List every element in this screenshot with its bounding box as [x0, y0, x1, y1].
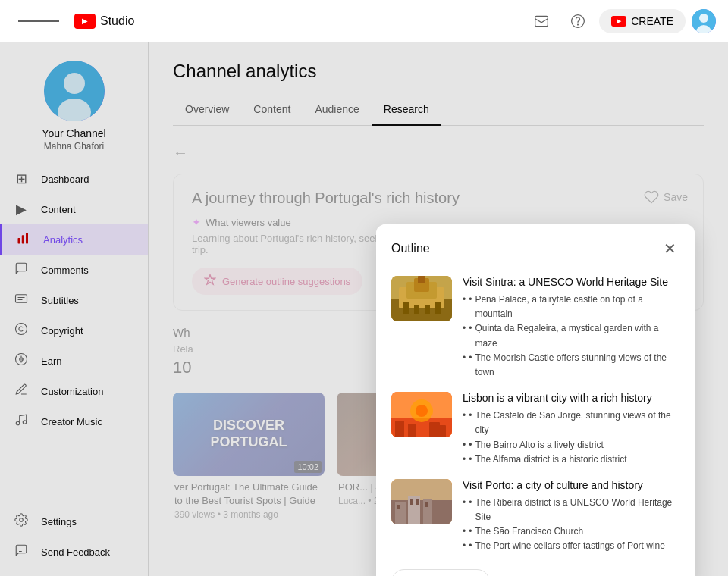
create-label: CREATE: [631, 15, 673, 27]
svg-rect-20: [418, 276, 425, 283]
bullet-dot: •: [469, 293, 472, 321]
create-yt-icon: [611, 16, 626, 27]
messages-button[interactable]: [526, 6, 557, 36]
outline-bullet-porto-1: • The Ribeira district is a UNESCO World…: [463, 496, 679, 524]
svg-rect-23: [425, 305, 430, 314]
bullet-dot: •: [469, 452, 472, 467]
outline-modal-title: Outline: [391, 242, 430, 255]
outline-content-sintra: Visit Sintra: a UNESCO World Heritage Si…: [463, 276, 679, 380]
outline-item-porto: Visit Porto: a city of culture and histo…: [376, 473, 695, 560]
outline-image-porto: [391, 479, 452, 524]
app-layout: Your Channel Mahna Ghafori ⊞ Dashboard ▶…: [0, 42, 728, 576]
outline-bullet-sintra-3: • The Moorish Castle offers stunning vie…: [463, 351, 679, 380]
outline-image-sintra: [391, 276, 452, 321]
svg-rect-38: [435, 502, 449, 524]
bullet-dot: •: [469, 438, 472, 452]
outline-item-title-porto: Visit Porto: a city of culture and histo…: [463, 479, 679, 491]
copy-outline-button[interactable]: Copy outline: [391, 569, 490, 576]
outline-modal-header: Outline ✕: [376, 224, 695, 270]
outline-item-title-lisbon: Lisbon is a vibrant city with a rich his…: [463, 392, 679, 404]
header-left: Studio: [12, 13, 134, 30]
bullet-dot: •: [469, 496, 472, 524]
svg-rect-32: [438, 425, 446, 437]
svg-rect-24: [435, 302, 441, 314]
hamburger-menu[interactable]: [12, 13, 65, 30]
svg-point-2: [578, 24, 579, 25]
outline-bullet-porto-3: • The Port wine cellars offer tastings o…: [463, 539, 679, 553]
user-avatar[interactable]: [692, 9, 716, 33]
svg-point-28: [416, 405, 428, 417]
outline-bullet-porto-2: • The São Francisco Church: [463, 524, 679, 539]
bullet-dot: •: [469, 351, 472, 380]
svg-rect-21: [403, 302, 409, 314]
outline-item-sintra: Visit Sintra: a UNESCO World Heritage Si…: [376, 270, 695, 386]
svg-rect-30: [408, 424, 416, 437]
svg-rect-31: [429, 422, 440, 437]
app-header: Studio CREATE: [0, 0, 728, 42]
outline-bullet-lisbon-3: • The Alfama district is a historic dist…: [463, 452, 679, 467]
outline-close-button[interactable]: ✕: [661, 236, 679, 261]
svg-rect-22: [414, 305, 419, 314]
svg-rect-29: [395, 421, 404, 437]
outline-item-title-sintra: Visit Sintra: a UNESCO World Heritage Si…: [463, 276, 679, 288]
outline-content-porto: Visit Porto: a city of culture and histo…: [463, 479, 679, 554]
outline-image-lisbon: [391, 392, 452, 437]
bullet-dot: •: [469, 409, 472, 437]
logo[interactable]: Studio: [74, 14, 134, 29]
outline-bullet-lisbon-2: • The Bairro Alto is a lively district: [463, 438, 679, 452]
create-button[interactable]: CREATE: [599, 9, 686, 33]
svg-rect-41: [397, 505, 400, 509]
bullet-dot: •: [469, 539, 472, 553]
help-button[interactable]: [563, 6, 593, 36]
svg-point-4: [699, 14, 708, 23]
svg-rect-40: [416, 499, 419, 505]
youtube-icon: [74, 14, 96, 29]
outline-bullet-sintra-1: • Pena Palace, a fairytale castle on top…: [463, 293, 679, 321]
outline-content-lisbon: Lisbon is a vibrant city with a rich his…: [463, 392, 679, 467]
outline-modal: Outline ✕: [376, 224, 695, 576]
svg-rect-42: [425, 502, 428, 507]
svg-rect-0: [535, 16, 548, 26]
main-content: Channel analytics Overview Content Audie…: [149, 42, 728, 576]
outline-item-lisbon: Lisbon is a vibrant city with a rich his…: [376, 386, 695, 473]
logo-text: Studio: [100, 14, 134, 28]
svg-rect-39: [410, 499, 413, 505]
bullet-dot: •: [469, 524, 472, 539]
bullet-dot: •: [469, 321, 472, 350]
outline-bullet-sintra-2: • Quinta da Regaleira, a mystical garden…: [463, 321, 679, 350]
outline-bullet-lisbon-1: • The Castelo de São Jorge, stunning vie…: [463, 409, 679, 437]
header-right: CREATE: [526, 6, 716, 36]
